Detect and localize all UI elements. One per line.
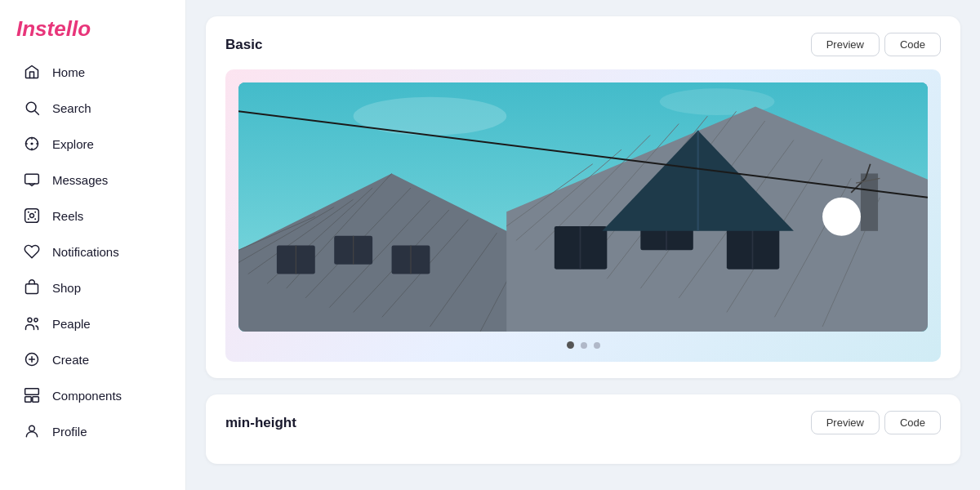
svg-point-10 [30,214,34,218]
carousel-dot-1[interactable] [567,341,574,349]
shop-icon [23,278,41,296]
svg-point-3 [31,143,33,145]
svg-point-26 [354,97,507,136]
carousel-dot-2[interactable] [581,342,587,349]
min-height-btn-group: Preview Code [811,411,941,434]
carousel-dot-3[interactable] [594,342,600,349]
reels-icon [23,207,41,225]
svg-rect-22 [33,397,39,403]
basic-card-header: Basic Preview Code [225,33,941,56]
sidebar-item-reels[interactable]: Reels [7,198,179,233]
sidebar-item-shop-label: Shop [52,281,81,295]
main-content: Basic Preview Code [186,0,980,490]
people-icon [23,314,41,332]
sidebar-item-people[interactable]: Peaple [7,306,179,341]
sidebar-item-explore-label: Explore [52,137,94,151]
search-icon [23,99,41,117]
app-logo: Instello [0,13,185,55]
sidebar-item-home-label: Home [52,65,85,79]
profile-icon [23,422,41,440]
basic-card-title: Basic [225,37,262,53]
svg-point-16 [28,318,32,322]
sidebar-item-people-label: Peaple [52,317,91,331]
sidebar-item-shop[interactable]: Shop [7,270,179,305]
basic-code-button[interactable]: Code [884,33,941,56]
sidebar-item-search-label: Search [52,101,91,115]
svg-point-71 [822,198,861,236]
create-icon [23,350,41,368]
basic-preview-button[interactable]: Preview [811,33,880,56]
svg-rect-9 [25,209,39,223]
svg-point-17 [34,318,38,322]
basic-card: Basic Preview Code [206,16,960,378]
components-icon [23,386,41,404]
carousel-dots [238,341,928,349]
sidebar-item-explore[interactable]: Explore [7,127,179,161]
basic-btn-group: Preview Code [811,33,941,56]
sidebar-item-create-label: Create [52,353,89,367]
min-height-code-button[interactable]: Code [884,411,941,434]
sidebar-item-profile-label: Profile [52,425,87,439]
svg-line-1 [35,111,39,115]
sidebar-item-messages-label: Messages [52,173,108,187]
sidebar-item-home[interactable]: Home [7,55,179,89]
carousel-wrapper [225,69,941,362]
sidebar-item-create[interactable]: Create [7,342,179,376]
svg-rect-21 [25,397,32,403]
explore-icon [23,135,41,153]
svg-rect-23 [25,389,39,395]
svg-point-13 [28,218,29,220]
min-height-card-header: min-height Preview Code [225,411,941,434]
sidebar-nav: Home Search [0,55,185,477]
min-height-preview-button[interactable]: Preview [811,411,880,434]
sidebar-item-components[interactable]: Components [7,378,179,412]
sidebar-item-messages[interactable]: Messages [7,163,179,197]
sidebar-item-reels-label: Reels [52,209,83,223]
svg-rect-8 [25,174,39,184]
sidebar-item-components-label: Components [52,389,122,403]
svg-point-24 [29,425,35,431]
sidebar-item-profile[interactable]: Profile [7,414,179,448]
sidebar-item-notifications[interactable]: Notifications [7,234,179,269]
min-height-card: min-height Preview Code [206,394,960,464]
home-icon [23,63,41,81]
svg-point-14 [34,218,36,220]
house-scene-svg [238,82,928,332]
svg-point-11 [28,212,29,213]
sidebar: Instello Home Search [0,0,186,490]
messages-icon [23,171,41,189]
carousel-image [238,82,928,332]
sidebar-item-notifications-label: Notifications [52,245,119,259]
sidebar-item-search[interactable]: Search [7,91,179,125]
svg-point-12 [34,212,36,213]
notifications-icon [23,243,41,261]
svg-rect-66 [861,173,878,230]
min-height-card-title: min-height [225,415,296,431]
svg-rect-15 [26,284,38,294]
